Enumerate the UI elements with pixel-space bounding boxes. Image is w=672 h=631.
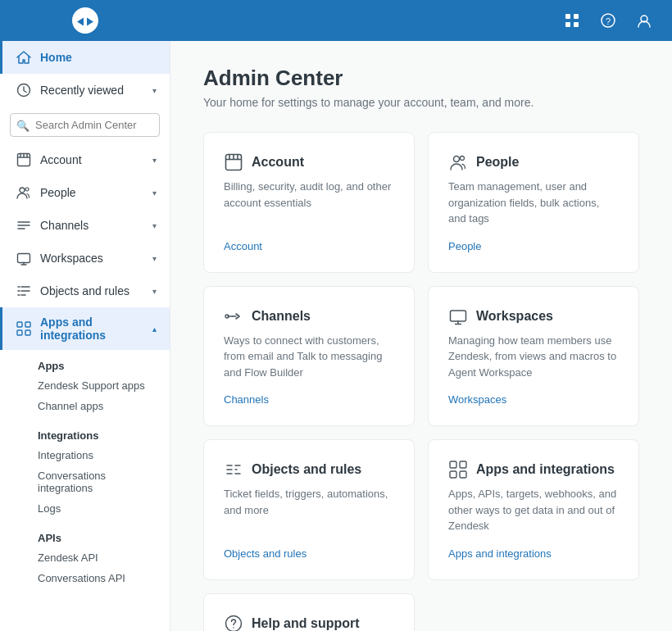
sub-item-channel-apps[interactable]: Channel apps: [38, 396, 170, 416]
card-channels-title: Channels: [252, 309, 311, 324]
workspaces-nav-icon: [16, 250, 32, 266]
svg-point-9: [20, 188, 25, 193]
svg-rect-22: [460, 461, 466, 468]
svg-point-10: [25, 188, 29, 191]
search-input[interactable]: [10, 113, 160, 137]
apps-card-icon: [448, 460, 468, 479]
home-label: Home: [40, 51, 157, 64]
apps-nav-icon: [16, 320, 32, 337]
svg-rect-14: [17, 330, 22, 335]
channels-card-icon: [224, 306, 243, 326]
chevron-account-icon: ▾: [152, 156, 157, 165]
card-help: Help and support Tips and answers to you…: [203, 593, 415, 632]
help-card-icon: [224, 614, 243, 632]
svg-rect-1: [574, 14, 579, 19]
svg-rect-2: [565, 22, 570, 27]
sidebar-item-channels[interactable]: Channels ▾: [0, 209, 170, 242]
people-label: People: [40, 186, 144, 199]
workspaces-card-icon: [448, 306, 468, 326]
card-apps-title: Apps and integrations: [476, 462, 615, 477]
svg-rect-3: [574, 22, 579, 27]
card-account-header: Account: [224, 152, 394, 172]
apps-integrations-submenu: Apps Zendesk Support apps Channel apps I…: [0, 350, 170, 592]
chevron-objects-icon: ▾: [152, 287, 157, 296]
card-account-desc: Billing, security, audit log, and other …: [224, 179, 394, 227]
logo[interactable]: [0, 0, 170, 41]
card-people: People Team management, user and organiz…: [428, 132, 639, 273]
sidebar-item-account[interactable]: Account ▾: [0, 143, 170, 176]
card-objects-rules: Objects and rules Ticket fields, trigger…: [203, 439, 415, 580]
card-account-link[interactable]: Account: [224, 240, 394, 252]
card-account: Account Billing, security, audit log, an…: [203, 132, 415, 273]
channels-nav-icon: [16, 217, 32, 234]
card-objects-header: Objects and rules: [224, 460, 394, 479]
chevron-down-icon: ▾: [152, 86, 157, 95]
svg-rect-13: [25, 322, 30, 327]
sub-item-conversations-integrations[interactable]: Conversations integrations: [38, 465, 170, 498]
clock-icon: [16, 82, 32, 98]
card-apps-desc: Apps, APIs, targets, webhooks, and other…: [448, 486, 619, 534]
svg-text:?: ?: [606, 16, 611, 26]
sub-item-zendesk-support-apps[interactable]: Zendesk Support apps: [38, 375, 170, 396]
home-icon: [16, 49, 32, 66]
sidebar: Home Recently viewed ▾ 🔍 Account ▾: [0, 41, 170, 631]
card-apps-header: Apps and integrations: [448, 460, 619, 479]
workspaces-label: Workspaces: [40, 252, 144, 265]
svg-rect-20: [451, 311, 466, 321]
sidebar-item-people[interactable]: People ▾: [0, 176, 170, 209]
chevron-workspaces-icon: ▾: [152, 254, 157, 263]
card-objects-link[interactable]: Objects and rules: [224, 547, 394, 560]
svg-rect-23: [450, 471, 456, 478]
people-nav-icon: [16, 184, 32, 201]
svg-point-26: [233, 627, 234, 629]
account-label: Account: [40, 153, 144, 166]
sidebar-item-apps-integrations[interactable]: Apps and integrations ▴: [0, 307, 170, 350]
search-container: 🔍: [0, 107, 170, 143]
sidebar-item-recently-viewed[interactable]: Recently viewed ▾: [0, 74, 170, 107]
search-icon: 🔍: [16, 119, 30, 131]
channels-label: Channels: [40, 219, 144, 232]
apps-grid-icon[interactable]: [561, 9, 583, 32]
sidebar-item-home[interactable]: Home: [0, 41, 170, 74]
card-objects-desc: Ticket fields, triggers, automations, an…: [224, 486, 394, 534]
help-circle-icon[interactable]: ?: [597, 9, 620, 32]
card-channels: Channels Ways to connect with customers,…: [203, 286, 415, 427]
chevron-people-icon: ▾: [152, 188, 157, 197]
sidebar-item-workspaces[interactable]: Workspaces ▾: [0, 242, 170, 275]
chevron-apps-icon: ▴: [152, 325, 157, 334]
card-people-link[interactable]: People: [448, 240, 619, 252]
sub-item-integrations[interactable]: Integrations: [38, 445, 170, 465]
objects-nav-icon: [16, 283, 32, 299]
svg-rect-12: [17, 322, 22, 327]
topbar-actions: ?: [561, 9, 672, 32]
svg-point-19: [225, 315, 229, 318]
sub-item-zendesk-api[interactable]: Zendesk API: [38, 547, 170, 568]
objects-rules-label: Objects and rules: [40, 284, 144, 297]
card-workspaces: Workspaces Managing how team members use…: [428, 286, 639, 427]
sidebar-item-objects-rules[interactable]: Objects and rules ▾: [0, 275, 170, 307]
svg-rect-24: [460, 471, 466, 478]
card-channels-link[interactable]: Channels: [224, 393, 394, 406]
apis-sub-header: APIs: [38, 525, 170, 547]
card-channels-header: Channels: [224, 306, 394, 326]
apps-integrations-label: Apps and integrations: [40, 316, 144, 342]
page-subtitle: Your home for settings to manage your ac…: [203, 96, 639, 109]
recently-viewed-label: Recently viewed: [40, 84, 144, 97]
card-people-desc: Team management, user and organization f…: [448, 179, 619, 227]
card-workspaces-desc: Managing how team members use Zendesk, f…: [448, 333, 619, 381]
chevron-channels-icon: ▾: [152, 221, 157, 230]
integrations-sub-header: Integrations: [38, 423, 170, 445]
account-nav-icon: [16, 152, 32, 168]
sub-item-conversations-api[interactable]: Conversations API: [38, 568, 170, 588]
card-workspaces-title: Workspaces: [476, 309, 553, 324]
svg-point-18: [461, 157, 465, 161]
account-card-icon: [224, 152, 243, 172]
user-avatar-icon[interactable]: [633, 9, 656, 32]
card-apps-link[interactable]: Apps and integrations: [448, 547, 619, 560]
svg-rect-11: [18, 254, 30, 263]
objects-card-icon: [224, 460, 243, 479]
card-workspaces-link[interactable]: Workspaces: [448, 393, 619, 406]
card-people-title: People: [476, 155, 519, 170]
sub-item-logs[interactable]: Logs: [38, 498, 170, 519]
card-workspaces-header: Workspaces: [448, 306, 619, 326]
